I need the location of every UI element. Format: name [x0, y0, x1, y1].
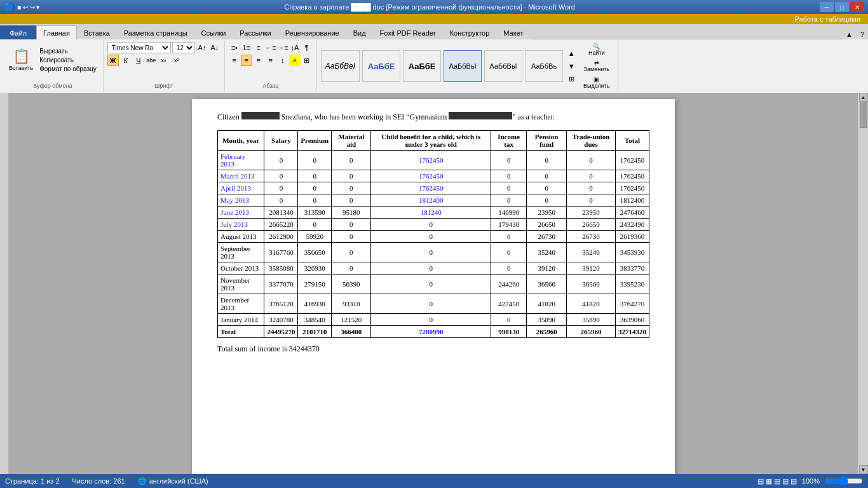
- align-right-button[interactable]: ≡: [253, 55, 264, 66]
- col-material: Material aid: [332, 130, 371, 150]
- style-highlight[interactable]: АаБбВеI: [321, 50, 360, 82]
- page-count: Страница: 1 из 2: [5, 477, 60, 485]
- scroll-track[interactable]: [859, 102, 868, 465]
- cell-pension: 0: [527, 150, 567, 170]
- cell-pension: 0: [527, 194, 567, 206]
- justify-button[interactable]: ≡: [265, 55, 276, 66]
- superscript-button[interactable]: x²: [171, 55, 182, 66]
- word-count: Число слов: 261: [72, 477, 125, 485]
- tab-links[interactable]: Ссылки: [194, 25, 233, 39]
- tab-layout2[interactable]: Макет: [496, 25, 530, 39]
- tab-view[interactable]: Вид: [346, 25, 373, 39]
- style-subtitle[interactable]: АаБбВьI: [484, 50, 522, 82]
- tab-design[interactable]: Конструктор: [443, 25, 497, 39]
- scroll-down-button[interactable]: ▼: [859, 465, 868, 474]
- multilevel-button[interactable]: ≡: [253, 42, 264, 53]
- close-button[interactable]: ✕: [850, 2, 864, 12]
- tab-insert[interactable]: Вставка: [77, 25, 117, 39]
- font-name-select[interactable]: Times New Ro: [107, 42, 171, 53]
- font-size-select[interactable]: 12: [172, 42, 195, 53]
- cut-button[interactable]: Вырезать: [37, 47, 99, 55]
- tab-file[interactable]: Файл: [0, 25, 36, 39]
- cell-salary: 3377070: [264, 274, 298, 294]
- tab-layout[interactable]: Разметка страницы: [117, 25, 194, 39]
- cell-salary: 2081340: [264, 206, 298, 218]
- table-row: January 20143240780348540121520003589035…: [218, 313, 649, 325]
- align-center-button[interactable]: ≡: [241, 55, 252, 66]
- style-title[interactable]: АаБбЕ: [403, 50, 441, 82]
- language: 🌐 английский (США): [138, 477, 208, 485]
- left-ruler: [0, 93, 9, 474]
- styles-down-button[interactable]: ▼: [566, 60, 577, 72]
- copy-button[interactable]: Копировать: [37, 56, 99, 64]
- cell-salary: 0: [264, 182, 298, 194]
- cell-income: 179430: [491, 218, 527, 230]
- tab-foxit[interactable]: Foxit PDF Reader: [373, 25, 443, 39]
- scroll-up-button[interactable]: ▲: [859, 93, 868, 102]
- clipboard-sub: Вырезать Копировать Формат по образцу: [37, 47, 99, 73]
- table-row: October 20133585080326930000391203912038…: [218, 262, 649, 274]
- subscript-button[interactable]: x₂: [158, 55, 170, 66]
- cell-trade: 26730: [567, 230, 616, 242]
- cell-salary: 3167760: [264, 242, 298, 262]
- paste-button[interactable]: 📋 Вставить: [6, 42, 36, 78]
- help-button[interactable]: ?: [857, 29, 868, 39]
- styles-expand-button[interactable]: ⊞: [566, 73, 577, 85]
- shrink-font-button[interactable]: A↓: [209, 42, 220, 53]
- minimize-button[interactable]: ─: [820, 2, 834, 12]
- style-heading[interactable]: АаБбЕ: [362, 50, 400, 82]
- style-strong[interactable]: АаБбВь: [525, 50, 563, 82]
- cell-salary: 3765120: [264, 294, 298, 313]
- maximize-button[interactable]: □: [835, 2, 849, 12]
- cell-salary: 3585080: [264, 262, 298, 274]
- italic-button[interactable]: К: [120, 55, 132, 66]
- cell-month: June 2013: [218, 206, 264, 218]
- cell-income: 0: [491, 182, 527, 194]
- increase-indent-button[interactable]: →≡: [277, 42, 288, 53]
- cell-premium: 0: [298, 170, 332, 182]
- cell-material: 0: [332, 262, 371, 274]
- zoom-slider[interactable]: [825, 477, 863, 485]
- borders-button[interactable]: ⊞: [301, 55, 313, 66]
- line-spacing-button[interactable]: ↕: [277, 55, 288, 66]
- cell-premium: 0: [298, 194, 332, 206]
- ribbon-collapse[interactable]: ▲: [842, 29, 857, 39]
- cell-child: 1812400: [371, 194, 491, 206]
- cell-total: 1762450: [615, 150, 649, 170]
- cell-premium: 0: [298, 218, 332, 230]
- select-button[interactable]: ▣ Выделить: [580, 75, 614, 90]
- bold-button[interactable]: Ж: [107, 55, 119, 66]
- cell-salary: 0: [264, 150, 298, 170]
- strikethrough-button[interactable]: abe: [146, 55, 157, 66]
- cell-child: 181240: [371, 206, 491, 218]
- format-paint-button[interactable]: Формат по образцу: [37, 65, 99, 73]
- replace-button[interactable]: ⇄ Заменить: [580, 58, 614, 74]
- underline-button[interactable]: Ч: [133, 55, 144, 66]
- shading-button[interactable]: A: [289, 55, 301, 66]
- numbering-button[interactable]: 1≡: [241, 42, 252, 53]
- cell-month: April 2013: [218, 182, 264, 194]
- cell-total: 1762450: [615, 170, 649, 182]
- cell-trade: 35890: [567, 313, 616, 325]
- bullets-button[interactable]: ≡•: [229, 42, 240, 53]
- document-page[interactable]: Citizen Snezhana, who has been working i…: [192, 99, 675, 474]
- styles-up-button[interactable]: ▲: [566, 48, 577, 59]
- style-normal[interactable]: АаБбВьI: [444, 50, 482, 82]
- sort-button[interactable]: ↕A: [289, 42, 301, 53]
- grow-font-button[interactable]: A↑: [196, 42, 208, 53]
- document-area[interactable]: Citizen Snezhana, who has been working i…: [9, 93, 858, 474]
- cell-month: March 2013: [218, 170, 264, 182]
- decrease-indent-button[interactable]: ←≡: [265, 42, 276, 53]
- title-bar: 🔵 ■ ↩ ↪ ▾ Справка о зарплате ████.doc [Р…: [0, 0, 868, 14]
- show-marks-button[interactable]: ¶: [301, 42, 313, 53]
- find-button[interactable]: 🔍 Найти: [580, 42, 614, 57]
- title-bar-controls[interactable]: ─ □ ✕: [820, 2, 864, 12]
- font-label: Шрифт: [154, 83, 173, 90]
- tab-review[interactable]: Рецензирование: [278, 25, 346, 39]
- right-scrollbar[interactable]: ▲ ▼: [858, 93, 868, 474]
- scroll-thumb[interactable]: [860, 102, 867, 128]
- align-left-button[interactable]: ≡: [229, 55, 240, 66]
- cell-month: Total: [218, 325, 264, 337]
- tab-mailings[interactable]: Рассылки: [233, 25, 278, 39]
- tab-home[interactable]: Главная: [36, 25, 77, 39]
